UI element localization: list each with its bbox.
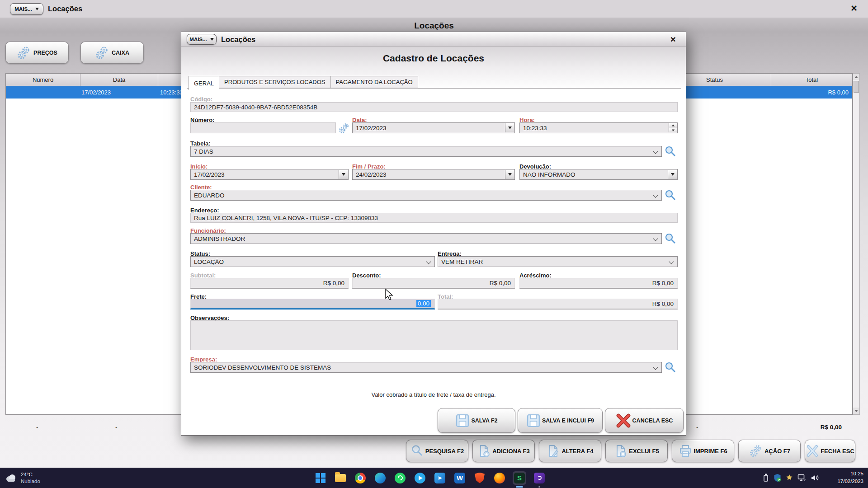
word-icon[interactable]: W [453,471,467,485]
main-window-title: Locações [48,5,82,13]
cliente-combo[interactable]: EDUARDO [190,190,662,201]
file-explorer-icon[interactable] [334,471,347,485]
adiciona-button[interactable]: ADICIONA F3 [472,440,535,462]
weather-widget[interactable]: 24°C Nublado [0,471,77,484]
active-app-indicator [516,486,523,488]
weather-desc: Nublado [21,478,40,484]
start-button[interactable] [314,471,327,485]
scrollbar-thumb[interactable] [854,81,859,93]
whatsapp-icon[interactable] [393,471,407,485]
edge-icon[interactable] [373,471,387,485]
chevron-down-icon [653,365,658,370]
tab-pagamento[interactable]: PAGAMENTO DA LOCAÇÃO [330,76,418,88]
status-value: LOCAÇÃO [194,258,224,265]
column-header-total[interactable]: Total [771,74,852,86]
imprime-label: IMPRIME F6 [693,448,727,455]
clock-date: 17/02/2023 [837,478,863,485]
usb-device-icon[interactable] [763,473,769,482]
scroll-down-icon[interactable] [853,408,859,414]
main-close-button[interactable]: × [851,3,857,14]
column-header-numero[interactable]: Número [6,74,80,86]
speaker-icon[interactable] [811,474,819,482]
media-player-icon[interactable] [433,471,447,485]
dialog-mais-label: MAIS... [189,37,207,42]
frete-field[interactable]: 0,00 [190,299,435,310]
plugin-icon[interactable] [786,474,793,481]
dropdown-arrow-icon[interactable] [339,170,348,179]
save-icon [526,413,541,428]
scroll-up-icon[interactable] [853,74,859,80]
dropdown-arrow-icon[interactable] [505,170,514,179]
endereco-field: Rua LUIZ COLANERI, 1258, VILA NOVA - ITU… [190,213,678,223]
funcionario-search-icon[interactable] [664,232,677,245]
page-add-icon [477,444,491,458]
desconto-field[interactable]: R$ 0,00 [352,278,515,289]
column-header-data[interactable]: Data [80,74,158,86]
hora-spinner[interactable]: 10:23:33 [519,122,678,133]
dialog-title: Locações [221,35,255,44]
cell-hora: 10:23:33 [160,89,183,96]
entrega-combo[interactable]: VEM RETIRAR [438,256,678,267]
page-title: Locações [0,21,868,31]
precos-label: PREÇOS [33,50,57,56]
telegram-icon[interactable] [413,471,427,485]
firefox-icon[interactable] [493,471,506,485]
numero-gears-icon[interactable] [338,122,350,134]
cancela-label: CANCELA ESC [632,418,673,424]
salva-button[interactable]: SALVA F2 [438,408,515,433]
imprime-button[interactable]: IMPRIME F6 [672,440,734,462]
clipchamp-icon[interactable] [533,471,546,485]
gears-icon [17,45,32,61]
codigo-field: 24D12DF7-5039-4040-9BA7-6BD52E08354B [190,102,678,112]
security-shield-icon[interactable] [774,474,781,482]
devolucao-combo[interactable]: NÃO INFORMADO [519,169,678,180]
altera-button[interactable]: ALTERA F4 [539,440,601,462]
precos-button[interactable]: PREÇOS [5,42,69,64]
network-display-icon[interactable] [797,474,806,482]
empresa-combo[interactable]: SORIODEV DESENVOLVIMENTO DE SISTEMAS [190,362,662,373]
brave-icon[interactable] [473,471,486,485]
active-app-icon[interactable]: S [513,471,526,485]
pesquisa-button[interactable]: PESQUISA F2 [406,440,468,462]
chrome-icon[interactable] [354,471,367,485]
tab-geral[interactable]: GERAL [189,76,219,90]
spinner-arrows-icon[interactable] [669,123,677,132]
taskbar-clock[interactable]: 10:25 17/02/2023 [837,470,863,485]
gears-icon [749,444,763,458]
frete-selected-text: 0,00 [416,300,431,307]
tab-produtos-servicos[interactable]: PRODUTOS E SERVIÇOS LOCADOS [219,76,330,88]
cell-data: 17/02/2023 [81,89,111,96]
inicio-combo[interactable]: 17/02/2023 [190,169,349,180]
cancela-button[interactable]: CANCELA ESC [605,408,684,433]
search-icon [410,444,424,458]
exclui-label: EXCLUI F5 [629,448,659,455]
cliente-search-icon[interactable] [664,189,677,202]
salva-inclui-button[interactable]: SALVA E INCLUI F9 [518,408,603,433]
exclui-button[interactable]: EXCLUI F5 [605,440,668,462]
empresa-search-icon[interactable] [664,361,677,374]
tabela-combo[interactable]: 7 DIAS [190,146,662,157]
observacoes-textarea[interactable] [190,320,678,350]
dropdown-arrow-icon[interactable] [668,170,677,179]
mais-menu-button[interactable]: MAIS... [10,3,43,15]
salva-label: SALVA F2 [471,418,497,424]
dialog-close-button[interactable]: × [670,34,676,44]
chevron-down-icon [669,259,674,264]
data-value: 17/02/2023 [356,125,387,131]
dropdown-arrow-icon[interactable] [505,123,514,132]
tabela-search-icon[interactable] [664,145,677,158]
numero-field[interactable] [190,122,336,133]
page-delete-icon [614,444,627,458]
funcionario-combo[interactable]: ADMINISTRADOR [190,233,662,244]
fim-prazo-combo[interactable]: 24/02/2023 [352,169,515,180]
data-combo[interactable]: 17/02/2023 [352,122,515,133]
status-combo[interactable]: LOCAÇÃO [190,256,435,267]
table-scrollbar[interactable] [853,73,860,415]
caixa-button[interactable]: CAIXA [80,42,144,64]
acao-button[interactable]: AÇÃO F7 [738,440,801,462]
close-x-icon [806,444,819,458]
acrescimo-field[interactable]: R$ 0,00 [519,278,678,289]
hora-value: 10:23:33 [523,125,547,131]
dialog-mais-button[interactable]: MAIS... [187,34,217,45]
fecha-button[interactable]: FECHA ESC [805,440,855,462]
